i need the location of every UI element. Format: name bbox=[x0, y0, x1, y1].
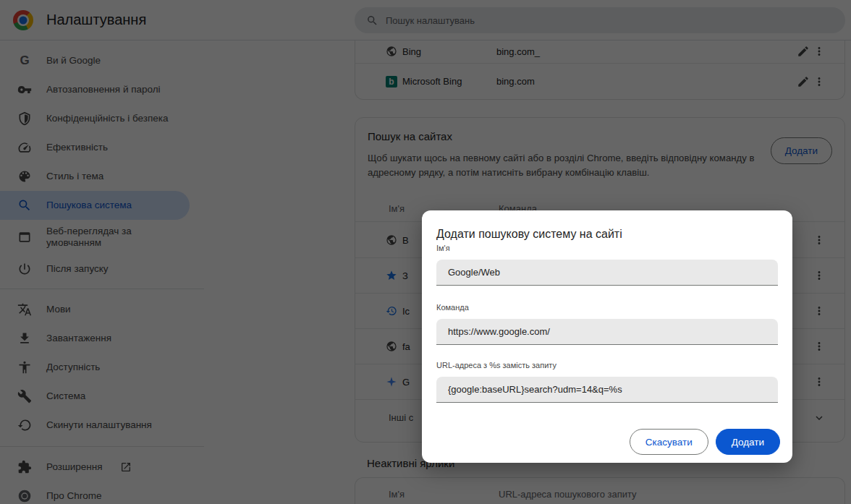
add-button[interactable]: Додати bbox=[716, 429, 780, 455]
chrome-settings-page: Налаштування Пошук налаштувань G Ви й Go… bbox=[0, 0, 851, 504]
url-field[interactable] bbox=[436, 377, 778, 403]
dialog-buttons: Скасувати Додати bbox=[630, 429, 780, 455]
add-site-search-dialog: Додати пошукову систему на сайті Ім'я Ко… bbox=[422, 210, 792, 463]
name-label: Ім'я bbox=[436, 244, 450, 252]
command-label: Команда bbox=[436, 303, 469, 312]
url-label: URL-адреса з %s замість запиту bbox=[436, 361, 556, 370]
command-field[interactable] bbox=[436, 319, 778, 345]
cancel-button[interactable]: Скасувати bbox=[630, 429, 708, 455]
name-field[interactable] bbox=[436, 260, 778, 286]
dialog-title: Додати пошукову систему на сайті bbox=[436, 228, 622, 241]
